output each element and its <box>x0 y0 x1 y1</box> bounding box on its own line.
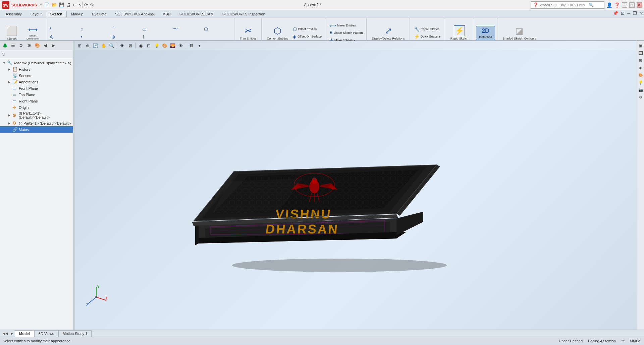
arc-tool[interactable]: ⌒ <box>110 25 140 33</box>
help-icon[interactable]: ❓ <box>614 2 620 8</box>
sketch-button[interactable]: ⬜ Sketch <box>3 24 20 42</box>
trim-entities-button[interactable]: ✂ Trim Entities <box>237 24 259 42</box>
tree-part1[interactable]: ▶ ⚙ (f) Part1.1<1> (Default<<Default> <box>0 111 74 120</box>
tree-root[interactable]: ▼ 🔧 Assem2 (Default<Display State-1>) <box>0 60 74 66</box>
user-icon[interactable]: 👤 <box>606 2 612 8</box>
smart-dimension-button[interactable]: ⟷ Smart Dimension <box>22 24 44 42</box>
root-expand-icon[interactable]: ▼ <box>3 61 6 65</box>
tree-sensors[interactable]: 📡 Sensors <box>0 72 74 79</box>
next-tab-arrow[interactable]: ▶ <box>9 331 15 336</box>
convert-entities-button[interactable]: ⬡ Convert Entities <box>264 24 291 42</box>
render-icon[interactable]: 💡 <box>153 42 160 49</box>
search-box[interactable]: ❓ 🔍 <box>531 1 604 9</box>
property-manager-btn[interactable]: ☰ <box>9 42 17 49</box>
offset-on-surface-button[interactable]: ◈ Offset On Surface <box>291 33 323 40</box>
viewport[interactable]: ⊞ ⊕ 🔄 ✋ 🔍 👁 ⊠ ◉ ⊡ 💡 🎨 🌄 👁 🖥 ▾ <box>74 41 637 330</box>
polygon-tool[interactable]: ⬡ <box>203 25 233 33</box>
circle-tool[interactable]: ○ <box>79 25 109 33</box>
history-expand-icon[interactable]: ▶ <box>8 68 11 71</box>
annotations-expand-icon[interactable]: ▶ <box>8 80 11 84</box>
tab-motion1[interactable]: Motion Study 1 <box>58 330 92 337</box>
view-target-icon[interactable]: ⊕ <box>84 42 91 49</box>
hide-show-icon[interactable]: ⊡ <box>145 42 152 49</box>
mirror-tool[interactable]: ⊺ <box>141 33 171 40</box>
dim-expert-btn[interactable]: ⊕ <box>25 42 33 49</box>
save-icon[interactable]: 💾 <box>58 2 65 8</box>
realview-icon[interactable]: 👁 <box>177 42 184 49</box>
view-orient-icon[interactable]: ⊞ <box>76 42 83 49</box>
ribbon-close-icon[interactable]: ✕ <box>639 10 644 16</box>
rp-layer-btn[interactable]: ⊞ <box>637 57 644 64</box>
appearance-vp-icon[interactable]: 🎨 <box>161 42 168 49</box>
search-input[interactable] <box>538 3 589 7</box>
part2-expand-icon[interactable]: ▶ <box>8 122 11 125</box>
rp-view-btn[interactable]: ▣ <box>637 42 644 49</box>
search-icon[interactable]: 🔍 <box>589 3 594 7</box>
tab-evaluate[interactable]: Evaluate <box>88 11 111 17</box>
view-select-icon[interactable]: 👁 <box>118 42 126 49</box>
display-style-icon[interactable]: ◉ <box>137 42 144 49</box>
constr-geom-tool[interactable]: ⊕ <box>110 33 140 40</box>
tree-right-plane[interactable]: ▭ Right Plane <box>0 98 74 104</box>
tab-layout[interactable]: Layout <box>26 11 46 17</box>
tab-addins[interactable]: SOLIDWORKS Add-Ins <box>111 11 158 17</box>
next-btn[interactable]: ▶ <box>50 42 57 49</box>
minimize-btn[interactable]: ─ <box>622 2 627 8</box>
edit-icon[interactable]: ✏ <box>622 339 625 343</box>
prev-btn[interactable]: ◀ <box>42 42 49 49</box>
sidebar-resizer[interactable] <box>73 41 75 330</box>
tree-annotations[interactable]: ▶ 📝 Annotations <box>0 79 74 85</box>
scene-icon[interactable]: 🌄 <box>169 42 176 49</box>
instant2d-button[interactable]: 2D Instant2D <box>476 26 495 40</box>
rp-scene-btn[interactable]: 💡 <box>637 79 644 86</box>
tree-history[interactable]: ▶ 📋 History <box>0 66 74 72</box>
print-icon[interactable]: 🖨 <box>66 2 71 8</box>
open-icon[interactable]: 📂 <box>51 2 58 8</box>
rect-tool[interactable]: ▭ <box>141 25 171 33</box>
pan-icon[interactable]: ✋ <box>100 42 107 49</box>
tab-model[interactable]: Model <box>15 330 34 337</box>
tab-mbd[interactable]: MBD <box>158 11 175 17</box>
tab-markup[interactable]: Markup <box>67 11 88 17</box>
appearance-btn[interactable]: 🎨 <box>34 42 41 49</box>
close-btn[interactable]: ✕ <box>637 2 642 8</box>
tree-top-plane[interactable]: ▭ Top Plane <box>0 91 74 98</box>
tab-inspection[interactable]: SOLIDWORKS Inspection <box>218 11 270 17</box>
offset-entities-button[interactable]: ⬡ Offset Entities <box>291 26 323 32</box>
quick-snaps-dropdown[interactable]: ▾ <box>439 35 440 39</box>
home-icon[interactable]: ⌂ <box>39 2 43 8</box>
linear-sketch-button[interactable]: ⠿ Linear Sketch Pattern <box>328 29 364 36</box>
tab-cam[interactable]: SOLIDWORKS CAM <box>175 11 218 17</box>
rp-settings-btn[interactable]: ⚙ <box>637 94 644 100</box>
line-tool[interactable]: / <box>48 25 78 33</box>
prev-tab-btn[interactable]: ◀◀ <box>1 331 9 336</box>
new-icon[interactable]: 📄 <box>44 2 50 8</box>
rp-render-btn[interactable]: 🔲 <box>637 50 644 56</box>
tree-part2[interactable]: ▶ ⚙ (-) Part2<1> (Default<<Default> <box>0 120 74 126</box>
undo-icon[interactable]: ↩ <box>72 2 77 8</box>
ribbon-restore-icon[interactable]: ❐ <box>632 10 638 16</box>
quick-snaps-button[interactable]: ⚡ Quick Snaps ▾ <box>413 33 443 40</box>
more-tools-icon[interactable]: ▾ <box>196 42 203 49</box>
rapid-sketch-button[interactable]: ⚡ Rapid Sketch <box>448 24 471 42</box>
config-manager-btn[interactable]: ⚙ <box>17 42 25 49</box>
zoom-icon[interactable]: 🔍 <box>108 42 115 49</box>
spline-tool[interactable]: 〜 <box>172 25 202 33</box>
options-icon[interactable]: ⚙ <box>89 2 95 8</box>
display-settings-icon[interactable]: 🖥 <box>187 42 195 49</box>
tree-origin[interactable]: ✛ Origin <box>0 104 74 111</box>
point-tool[interactable]: • <box>79 33 109 40</box>
restore-btn[interactable]: ❐ <box>629 2 635 8</box>
rebuild-icon[interactable]: ⟳ <box>84 2 89 8</box>
mirror-entities-button[interactable]: ⟺ Mirror Entities <box>328 22 364 29</box>
repair-sketch-button[interactable]: 🔧 Repair Sketch <box>413 26 443 32</box>
rotate-icon[interactable]: 🔄 <box>92 42 99 49</box>
tab-sketch[interactable]: Sketch <box>46 11 67 17</box>
feature-manager-btn[interactable]: 🌲 <box>1 42 9 49</box>
section-view-icon[interactable]: ⊠ <box>126 42 134 49</box>
ribbon-pin-icon[interactable]: 📌 <box>612 10 619 16</box>
ribbon-expand-icon[interactable]: ⊡ <box>620 10 625 16</box>
text-tool[interactable]: A <box>48 33 78 40</box>
display-delete-button[interactable]: ⤢ Display/Delete Relations <box>369 24 408 42</box>
cursor-icon[interactable]: ↖ <box>78 2 83 8</box>
